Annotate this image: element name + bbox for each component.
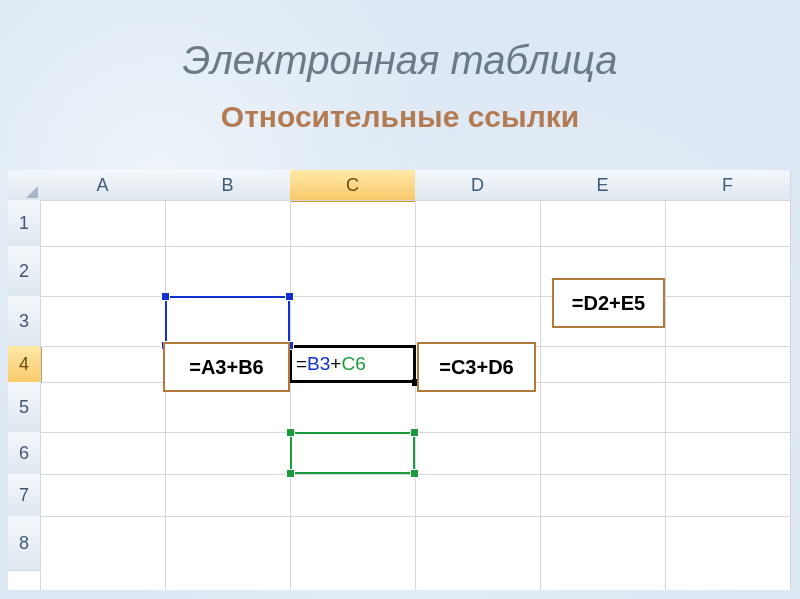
row-header-5[interactable]: 5: [8, 382, 41, 433]
row-header-6[interactable]: 6: [8, 432, 41, 475]
formula-label-b4: =A3+B6: [163, 342, 290, 392]
spreadsheet: ABCDEF 12345678 =B3+C6: [8, 170, 790, 590]
column-header-c[interactable]: C: [290, 170, 416, 202]
column-header-a[interactable]: A: [40, 170, 166, 201]
row-header-4[interactable]: 4: [8, 346, 42, 383]
reference-range-c6: [290, 432, 415, 474]
reference-range-b3: [165, 296, 290, 346]
grid-cells[interactable]: =B3+C6: [40, 200, 790, 590]
svg-marker-0: [26, 186, 38, 198]
row-header-8[interactable]: 8: [8, 516, 41, 571]
formula-plus: +: [330, 353, 341, 374]
select-all-corner[interactable]: [8, 170, 41, 201]
formula-ref-2: C6: [341, 353, 365, 374]
formula-label-d4: =C3+D6: [417, 342, 536, 392]
column-header-e[interactable]: E: [540, 170, 666, 201]
column-header-b[interactable]: B: [165, 170, 291, 201]
slide-subtitle: Относительные ссылки: [0, 100, 800, 134]
column-header-f[interactable]: F: [665, 170, 791, 201]
slide-title: Электронная таблица: [0, 38, 800, 83]
range-handle[interactable]: [410, 469, 419, 478]
range-handle[interactable]: [161, 292, 170, 301]
cell-edit-text[interactable]: =B3+C6: [296, 353, 366, 375]
range-handle[interactable]: [410, 428, 419, 437]
row-header-3[interactable]: 3: [8, 296, 41, 347]
row-header-1[interactable]: 1: [8, 200, 41, 247]
range-handle[interactable]: [285, 292, 294, 301]
column-header-d[interactable]: D: [415, 170, 541, 201]
range-handle[interactable]: [286, 428, 295, 437]
row-header-2[interactable]: 2: [8, 246, 41, 297]
row-header-7[interactable]: 7: [8, 474, 41, 517]
formula-label-e3: =D2+E5: [552, 278, 665, 328]
formula-equals: =: [296, 353, 307, 374]
select-all-triangle-icon: [26, 186, 38, 198]
slide: Электронная таблица Относительные ссылки…: [0, 0, 800, 599]
range-handle[interactable]: [286, 469, 295, 478]
formula-ref-1: B3: [307, 353, 330, 374]
